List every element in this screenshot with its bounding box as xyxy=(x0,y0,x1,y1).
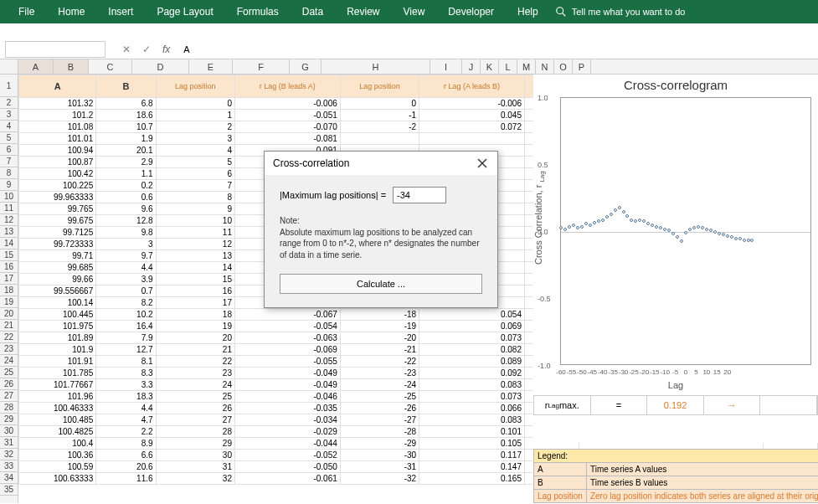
cell[interactable]: 3.3 xyxy=(96,379,156,391)
cell[interactable]: 30 xyxy=(156,450,234,461)
row-header[interactable]: 1 xyxy=(0,75,18,97)
cancel-icon[interactable]: ✕ xyxy=(122,44,131,55)
cell[interactable]: 3 xyxy=(156,133,234,145)
row-header[interactable]: 6 xyxy=(0,144,18,156)
cell[interactable]: 2.9 xyxy=(96,157,156,168)
cell[interactable]: -22 xyxy=(340,356,419,368)
cell[interactable]: 16.4 xyxy=(96,321,156,332)
cell[interactable]: 100.59 xyxy=(19,461,96,473)
cell[interactable]: -0.063 xyxy=(234,332,340,344)
cell[interactable]: 19 xyxy=(156,321,234,332)
cell[interactable]: 15 xyxy=(156,274,234,285)
cell[interactable]: 0.072 xyxy=(419,121,525,133)
ribbon-tab-help[interactable]: Help xyxy=(506,0,550,23)
cell[interactable]: 99.556667 xyxy=(19,285,96,297)
cell[interactable]: 25 xyxy=(156,391,234,403)
cell[interactable]: -0.035 xyxy=(234,403,340,414)
col-header[interactable]: E xyxy=(189,59,233,74)
cell[interactable]: 6 xyxy=(156,168,234,180)
cell[interactable]: 8.9 xyxy=(96,438,156,450)
col-header[interactable]: F xyxy=(233,59,290,74)
cell[interactable]: 101.89 xyxy=(19,332,96,344)
stat-arrow[interactable]: → xyxy=(704,396,761,414)
cell[interactable]: 0.105 xyxy=(419,438,525,450)
cell[interactable]: 101.91 xyxy=(19,356,96,368)
cell[interactable]: -23 xyxy=(340,368,419,379)
cell[interactable]: -29 xyxy=(340,438,419,450)
cell[interactable]: 10.2 xyxy=(96,309,156,321)
col-header[interactable]: G xyxy=(290,59,322,74)
ribbon-tab-home[interactable]: Home xyxy=(46,0,96,23)
row-header[interactable]: 3 xyxy=(0,109,18,121)
ribbon-tab-formulas[interactable]: Formulas xyxy=(225,0,291,23)
col-header[interactable]: M xyxy=(517,59,536,74)
cell[interactable]: 100.4825 xyxy=(19,426,96,438)
cell[interactable]: 20 xyxy=(156,332,234,344)
cell[interactable]: 26 xyxy=(156,403,234,414)
cell[interactable]: -21 xyxy=(340,344,419,356)
cell[interactable]: 101.32 xyxy=(19,98,96,110)
row-header[interactable]: 19 xyxy=(0,296,18,308)
cell[interactable]: -0.070 xyxy=(234,121,340,133)
row-header[interactable]: 12 xyxy=(0,214,18,226)
cell[interactable]: 100.36 xyxy=(19,450,96,461)
ribbon-tab-insert[interactable]: Insert xyxy=(96,0,145,23)
cell[interactable]: 31 xyxy=(156,461,234,473)
col-header[interactable]: N xyxy=(536,59,554,74)
col-header[interactable]: A xyxy=(18,59,54,74)
close-icon[interactable] xyxy=(476,157,489,170)
cell[interactable]: 7.9 xyxy=(96,332,156,344)
cell[interactable] xyxy=(340,133,419,145)
cell[interactable]: 6.6 xyxy=(96,450,156,461)
cell[interactable]: 4 xyxy=(156,145,234,157)
cell[interactable]: 0.7 xyxy=(96,285,156,297)
cell[interactable]: 22 xyxy=(156,356,234,368)
formula-content[interactable]: A xyxy=(178,44,194,54)
cell[interactable]: 0.054 xyxy=(419,309,525,321)
ribbon-tab-file[interactable]: File xyxy=(7,0,46,23)
row-header[interactable]: 29 xyxy=(0,414,18,425)
col-header[interactable]: K xyxy=(481,59,499,74)
cell[interactable]: 24 xyxy=(156,379,234,391)
cell[interactable]: 0.101 xyxy=(419,426,525,438)
cell[interactable]: -0.006 xyxy=(419,98,525,110)
fx-icon[interactable]: fx xyxy=(162,44,170,55)
cell[interactable]: 8.1 xyxy=(96,356,156,368)
cell[interactable]: 1.9 xyxy=(96,133,156,145)
cell[interactable]: 21 xyxy=(156,344,234,356)
cell[interactable]: 18.3 xyxy=(96,391,156,403)
cell[interactable]: -0.054 xyxy=(234,321,340,332)
cell[interactable]: -0.055 xyxy=(234,356,340,368)
row-header[interactable]: 23 xyxy=(0,343,18,355)
row-header[interactable]: 5 xyxy=(0,132,18,144)
cell[interactable]: 100.42 xyxy=(19,168,96,180)
cell[interactable]: -0.051 xyxy=(234,110,340,121)
cell[interactable]: 101.975 xyxy=(19,321,96,332)
accept-icon[interactable]: ✓ xyxy=(142,44,151,55)
row-header[interactable]: 9 xyxy=(0,179,18,191)
cell[interactable]: 5 xyxy=(156,157,234,168)
cell[interactable]: -0.029 xyxy=(234,426,340,438)
cell[interactable]: -19 xyxy=(340,321,419,332)
cell[interactable]: 0.073 xyxy=(419,332,525,344)
cell[interactable]: r Lag (B leads A) xyxy=(234,75,340,98)
cell[interactable]: -25 xyxy=(340,391,419,403)
cell[interactable]: 16 xyxy=(156,285,234,297)
row-header[interactable]: 28 xyxy=(0,402,18,414)
ribbon-tab-review[interactable]: Review xyxy=(335,0,391,23)
max-lag-input[interactable] xyxy=(393,187,446,203)
cell[interactable]: 0 xyxy=(156,98,234,110)
row-header[interactable]: 27 xyxy=(0,390,18,402)
row-header[interactable]: 16 xyxy=(0,261,18,273)
cell[interactable]: Lag position xyxy=(340,75,419,98)
cell[interactable] xyxy=(419,133,525,145)
row-header[interactable]: 26 xyxy=(0,378,18,390)
ribbon-tab-view[interactable]: View xyxy=(392,0,437,23)
cell[interactable]: 8.3 xyxy=(96,368,156,379)
cell[interactable]: -0.034 xyxy=(234,414,340,426)
cell[interactable]: -1 xyxy=(340,110,419,121)
calculate-button[interactable]: Calculate ... xyxy=(280,274,482,294)
cell[interactable]: 100.63333 xyxy=(19,473,96,485)
cell[interactable]: 0.092 xyxy=(419,368,525,379)
cell[interactable]: 23 xyxy=(156,368,234,379)
